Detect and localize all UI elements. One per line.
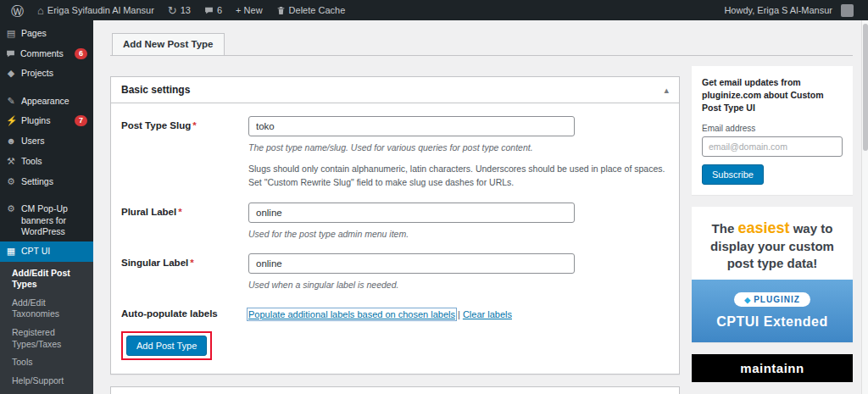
new-content-item[interactable]: + New bbox=[230, 0, 269, 20]
submenu-add-edit-post-types[interactable]: Add/Edit Post Types bbox=[0, 264, 93, 294]
cpt-ui-submenu: Add/Edit Post Types Add/Edit Taxonomies … bbox=[0, 262, 93, 394]
additional-labels-panel: Additional labels ▴ bbox=[110, 386, 680, 394]
submenu-tools[interactable]: Tools bbox=[0, 353, 93, 372]
sidebar-item-label: Plugins bbox=[21, 115, 70, 126]
singular-label-text: Singular Label bbox=[121, 258, 188, 268]
newsletter-heading: Get email updates from pluginize.com abo… bbox=[702, 76, 843, 115]
gear-icon: ⚙ bbox=[6, 203, 16, 215]
singular-label-row: Singular Label* Used when a singular lab… bbox=[121, 244, 669, 295]
post-type-slug-field: The post type name/slug. Used for variou… bbox=[248, 116, 669, 190]
wordpress-admin-screen: Ⓦ ⌂ Eriga Syifaudin Al Mansur ↻ 13 6 + N… bbox=[0, 0, 868, 394]
newsletter-box: Get email updates from pluginize.com abo… bbox=[692, 66, 853, 195]
add-post-type-button[interactable]: Add Post Type bbox=[126, 336, 207, 356]
plural-label-label: Plural Label* bbox=[121, 203, 248, 241]
basic-settings-panel: Basic settings ▴ Post Type Slug* The pos… bbox=[110, 76, 680, 375]
wordpress-logo-icon: Ⓦ bbox=[11, 4, 24, 17]
subscribe-button[interactable]: Subscribe bbox=[702, 164, 764, 185]
singular-help-text: Used when a singular label is needed. bbox=[248, 279, 669, 291]
post-type-slug-label: Post Type Slug* bbox=[121, 116, 248, 190]
auto-populate-row: Auto-populate labels Populate additional… bbox=[121, 295, 669, 323]
sidebar-item-plugins[interactable]: ⚡ Plugins 7 bbox=[0, 111, 93, 131]
link-separator: | bbox=[458, 309, 460, 319]
plural-label-input[interactable] bbox=[248, 203, 575, 223]
sidebar-item-settings[interactable]: ⚙ Settings bbox=[0, 172, 93, 192]
cptui-extended-ad[interactable]: The easiest way to display your custom p… bbox=[692, 207, 853, 342]
sidebar-item-users[interactable]: ☻ Users bbox=[0, 131, 93, 152]
comments-count: 6 bbox=[217, 5, 222, 15]
sidebar-item-label: CPT UI bbox=[21, 246, 87, 257]
submenu-registered-types-taxes[interactable]: Registered Types/Taxes bbox=[0, 324, 93, 353]
sidebar-item-cpt-ui[interactable]: ▦ CPT UI bbox=[0, 241, 93, 262]
sidebar-item-comments[interactable]: Comments 6 bbox=[0, 44, 93, 64]
admin-bar-right: Howdy, Eriga S Al-Mansur bbox=[718, 0, 860, 20]
email-field[interactable] bbox=[702, 136, 843, 157]
clear-labels-link[interactable]: Clear labels bbox=[463, 309, 512, 319]
sidebar-item-projects[interactable]: ◆ Projects bbox=[0, 64, 93, 84]
updates-icon: ↻ bbox=[168, 5, 177, 16]
comments-icon bbox=[6, 49, 15, 58]
tab-bar: Add New Post Type bbox=[110, 32, 853, 56]
delete-cache-item[interactable]: Delete Cache bbox=[270, 0, 352, 20]
auto-populate-label: Auto-populate labels bbox=[121, 304, 248, 319]
slug-help-text: The post type name/slug. Used for variou… bbox=[248, 142, 669, 154]
pages-icon: ▤ bbox=[6, 28, 16, 40]
plugins-icon: ⚡ bbox=[6, 115, 16, 127]
sidebar-item-label: Comments bbox=[20, 48, 70, 59]
singular-label-label: Singular Label* bbox=[121, 253, 248, 291]
post-type-slug-row: Post Type Slug* The post type name/slug.… bbox=[121, 107, 669, 193]
wordpress-logo-menu[interactable]: Ⓦ bbox=[5, 0, 30, 20]
cptui-extended-label: CPTUI Extended bbox=[692, 314, 853, 330]
submenu-add-edit-taxonomies[interactable]: Add/Edit Taxonomies bbox=[0, 294, 93, 324]
email-address-label: Email address bbox=[702, 124, 843, 133]
comments-icon bbox=[204, 6, 214, 15]
window-scrollbar[interactable] bbox=[861, 20, 868, 394]
annotation-highlight-box: Add Post Type bbox=[121, 331, 212, 360]
plural-help-text: Used for the post type admin menu item. bbox=[248, 228, 669, 241]
basic-settings-body: Post Type Slug* The post type name/slug.… bbox=[111, 103, 679, 374]
post-type-slug-input[interactable] bbox=[248, 116, 575, 136]
maintainn-logo[interactable]: maintainn bbox=[692, 354, 853, 382]
plural-label-text: Plural Label bbox=[121, 207, 176, 217]
users-icon: ☻ bbox=[6, 136, 16, 147]
tab-add-new-post-type[interactable]: Add New Post Type bbox=[112, 33, 225, 55]
pluginize-logo-text: PLUGINIZ bbox=[754, 295, 800, 304]
form-column: Basic settings ▴ Post Type Slug* The pos… bbox=[110, 56, 680, 394]
sidebar-item-label: Settings bbox=[21, 176, 87, 187]
cpt-ui-icon: ▦ bbox=[6, 246, 16, 258]
howdy-label: Howdy, Eriga S Al-Mansur bbox=[724, 5, 832, 15]
sidebar-item-label: Tools bbox=[21, 156, 87, 167]
delete-cache-label: Delete Cache bbox=[289, 5, 346, 15]
sidebar-item-appearance[interactable]: ✎ Appearance bbox=[0, 92, 93, 112]
submenu-help-support[interactable]: Help/Support bbox=[0, 372, 93, 391]
content-row: Basic settings ▴ Post Type Slug* The pos… bbox=[110, 56, 853, 394]
sidebar-item-label: Users bbox=[21, 136, 87, 147]
site-name-item[interactable]: ⌂ Eriga Syifaudin Al Mansur bbox=[31, 0, 160, 20]
scrollbar-thumb[interactable] bbox=[863, 24, 868, 151]
collapse-toggle-icon[interactable]: ▴ bbox=[664, 85, 669, 96]
main-content: Add New Post Type Basic settings ▴ Post … bbox=[93, 20, 861, 394]
populate-labels-link[interactable]: Populate additional labels based on chos… bbox=[248, 309, 455, 319]
additional-labels-header[interactable]: Additional labels ▴ bbox=[111, 387, 679, 394]
singular-label-input[interactable] bbox=[248, 253, 575, 274]
submenu-about-cpt-ui[interactable]: About CPT UI bbox=[0, 391, 93, 394]
updates-item[interactable]: ↻ 13 bbox=[162, 0, 197, 20]
sidebar-item-cm-popup-banners[interactable]: ⚙ CM Pop-Up banners for WordPress bbox=[0, 199, 93, 241]
basic-settings-header[interactable]: Basic settings ▴ bbox=[111, 77, 679, 103]
slug-help-text-2: Slugs should only contain alphanumeric, … bbox=[248, 163, 669, 190]
sidebar-separator bbox=[0, 191, 93, 199]
required-asterisk: * bbox=[178, 207, 181, 217]
updates-count: 13 bbox=[181, 5, 191, 15]
required-asterisk: * bbox=[192, 120, 196, 130]
home-icon: ⌂ bbox=[37, 5, 44, 16]
auto-populate-links: Populate additional labels based on chos… bbox=[248, 304, 669, 319]
sidebar-item-tools[interactable]: ⚒ Tools bbox=[0, 152, 93, 172]
sidebar-item-label: Pages bbox=[21, 28, 87, 39]
comments-item[interactable]: 6 bbox=[198, 0, 228, 20]
howdy-item[interactable]: Howdy, Eriga S Al-Mansur bbox=[718, 0, 860, 20]
ad-text-before: The bbox=[712, 221, 735, 236]
pluginize-logo: ◆PLUGINIZ bbox=[734, 292, 810, 307]
comments-badge: 6 bbox=[75, 48, 87, 59]
sidebar-item-label: CM Pop-Up banners for WordPress bbox=[21, 203, 87, 236]
appearance-icon: ✎ bbox=[6, 96, 16, 108]
sidebar-item-pages[interactable]: ▤ Pages bbox=[0, 24, 93, 44]
